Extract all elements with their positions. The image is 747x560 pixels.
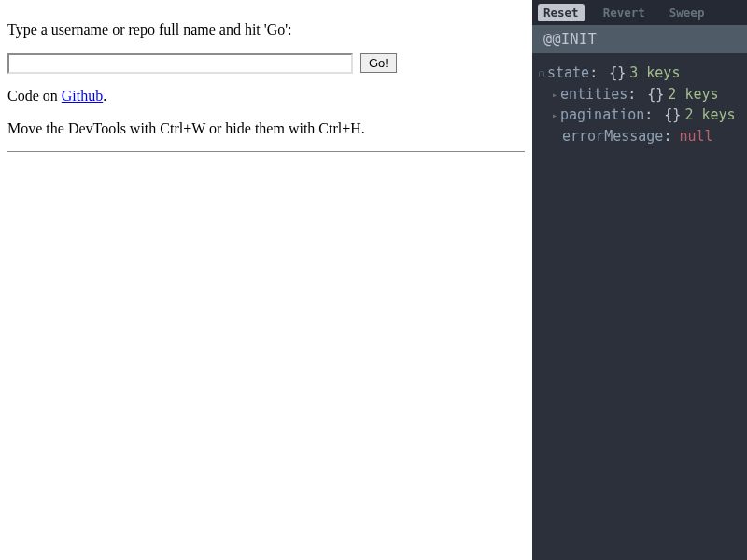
entities-row[interactable]: ▸ entities: {} 2 keys	[536, 84, 747, 105]
sweep-button[interactable]: Sweep	[664, 4, 711, 21]
action-header[interactable]: @@INIT	[532, 25, 747, 53]
state-key: state	[547, 63, 589, 84]
expand-icon[interactable]: ▸	[549, 91, 560, 100]
error-key: errorMessage	[562, 126, 663, 147]
username-input[interactable]	[7, 53, 353, 74]
state-root-row[interactable]: ▢ state: {} 3 keys	[536, 63, 747, 84]
revert-button[interactable]: Revert	[598, 4, 651, 21]
main-content: Type a username or repo full name and hi…	[0, 0, 532, 169]
error-row[interactable]: errorMessage: null	[536, 126, 747, 147]
code-suffix: .	[103, 88, 106, 104]
pagination-key: pagination	[560, 105, 644, 126]
devtools-tabs: Reset Revert Sweep	[532, 0, 747, 25]
divider	[7, 151, 525, 152]
entities-key: entities	[560, 84, 627, 105]
code-prefix: Code on	[7, 88, 62, 104]
prompt-text: Type a username or repo full name and hi…	[7, 21, 525, 40]
error-value: null	[679, 126, 712, 147]
input-row: Go!	[7, 53, 525, 74]
pagination-row[interactable]: ▸ pagination: {} 2 keys	[536, 105, 747, 126]
github-link[interactable]: Github	[62, 88, 103, 104]
reset-button[interactable]: Reset	[538, 4, 585, 21]
devtools-panel: Reset Revert Sweep @@INIT ▢ state: {} 3 …	[532, 0, 747, 560]
collapse-icon[interactable]: ▢	[536, 69, 547, 78]
devtools-hint: Move the DevTools with Ctrl+W or hide th…	[7, 119, 525, 139]
state-tree: ▢ state: {} 3 keys ▸ entities: {} 2 keys…	[532, 53, 747, 156]
go-button[interactable]: Go!	[360, 53, 397, 73]
pagination-summary: 2 keys	[684, 105, 735, 126]
entities-summary: 2 keys	[668, 84, 718, 105]
code-on-github-line: Code on Github.	[7, 87, 525, 106]
state-summary: 3 keys	[629, 63, 680, 84]
expand-icon[interactable]: ▸	[549, 111, 560, 120]
